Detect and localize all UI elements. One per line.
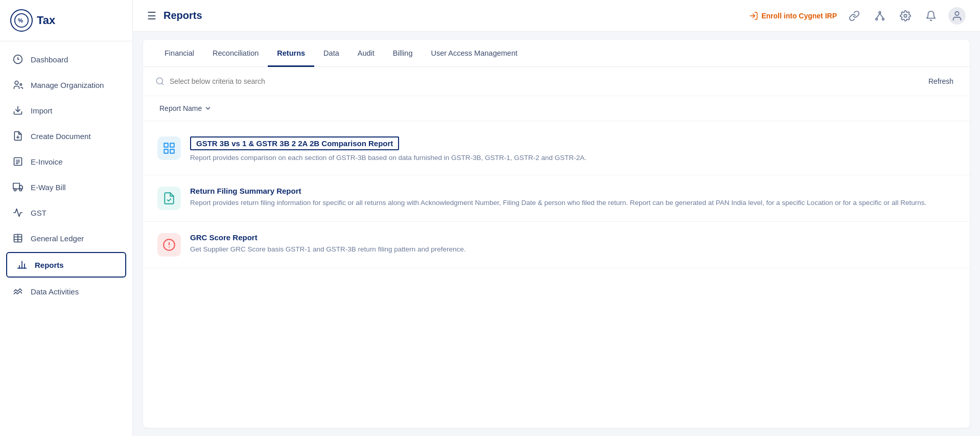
- svg-point-17: [19, 189, 21, 191]
- tab-reconciliation[interactable]: Reconciliation: [203, 40, 268, 67]
- report-item-grc-score[interactable]: GRC Score Report Get Supplier GRC Score …: [143, 222, 970, 268]
- nav-list: Dashboard Manage Organization Import: [0, 41, 132, 436]
- report-content: GRC Score Report Get Supplier GRC Score …: [190, 233, 955, 255]
- search-input[interactable]: [170, 77, 919, 85]
- enroll-button[interactable]: Enroll into Cygnet IRP: [749, 11, 837, 20]
- ledger-icon: [12, 233, 24, 244]
- svg-point-6: [20, 84, 21, 85]
- reports-icon: [16, 259, 28, 270]
- report-content: Return Filing Summary Report Report prov…: [190, 187, 955, 209]
- svg-line-31: [880, 13, 883, 18]
- sidebar-item-import[interactable]: Import: [0, 98, 132, 123]
- svg-marker-15: [19, 186, 22, 189]
- sidebar-item-e-way-bill[interactable]: E-Way Bill: [0, 174, 132, 200]
- sidebar-item-label: Reports: [35, 261, 64, 269]
- logo-text: Tax: [37, 14, 55, 27]
- sidebar-item-label: Import: [31, 106, 53, 115]
- report-description: Report provides comparison on each secti…: [190, 153, 955, 164]
- report-title: GSTR 3B vs 1 & GSTR 3B 2 2A 2B Compariso…: [190, 136, 399, 150]
- sidebar-item-label: GST: [31, 209, 46, 217]
- sidebar-item-label: General Ledger: [31, 234, 84, 243]
- tab-financial[interactable]: Financial: [155, 40, 203, 67]
- report-icon-filing: [157, 187, 181, 210]
- sidebar-item-dashboard[interactable]: Dashboard: [0, 47, 132, 72]
- sidebar-item-label: Manage Organization: [31, 81, 104, 89]
- report-item-return-filing[interactable]: Return Filing Summary Report Report prov…: [143, 175, 970, 222]
- sidebar: % Tax Dashboard Manage Organization: [0, 0, 133, 436]
- network-icon[interactable]: [872, 8, 888, 24]
- topbar-actions: Enroll into Cygnet IRP: [749, 7, 966, 25]
- eway-icon: [12, 181, 24, 193]
- dashboard-icon: [12, 54, 24, 65]
- enroll-text: Enroll into Cygnet IRP: [761, 12, 837, 20]
- report-content: GSTR 3B vs 1 & GSTR 3B 2 2A 2B Compariso…: [190, 136, 955, 164]
- link-icon[interactable]: [846, 8, 862, 24]
- organization-icon: [12, 79, 24, 90]
- sidebar-item-label: E-Way Bill: [31, 183, 66, 192]
- report-item-gstr-comparison[interactable]: GSTR 3B vs 1 & GSTR 3B 2 2A 2B Compariso…: [143, 125, 970, 175]
- svg-rect-37: [170, 143, 174, 147]
- enroll-icon: [749, 11, 758, 20]
- svg-point-16: [14, 189, 16, 191]
- chevron-down-icon: [204, 105, 212, 112]
- report-icon-gstr: [157, 136, 181, 160]
- search-icon: [155, 77, 165, 86]
- report-name-filter[interactable]: Report Name: [155, 102, 216, 114]
- hamburger-icon[interactable]: ☰: [147, 10, 156, 22]
- sidebar-item-manage-organization[interactable]: Manage Organization: [0, 72, 132, 98]
- filter-label: Report Name: [159, 104, 202, 112]
- logo: % Tax: [0, 0, 132, 41]
- content-panel: Financial Reconciliation Returns Data Au…: [143, 40, 970, 428]
- tab-user-access[interactable]: User Access Management: [422, 40, 527, 67]
- report-description: Get Supplier GRC Score basis GSTR-1 and …: [190, 244, 955, 255]
- svg-point-33: [955, 11, 959, 15]
- bell-icon[interactable]: [923, 8, 939, 24]
- sidebar-item-label: Dashboard: [31, 55, 68, 64]
- svg-rect-14: [13, 183, 19, 189]
- svg-point-5: [15, 81, 18, 85]
- document-icon: [12, 130, 24, 142]
- main-area: ☰ Reports Enroll into Cygnet IRP: [133, 0, 980, 436]
- logo-icon: %: [10, 9, 33, 32]
- svg-line-30: [877, 13, 880, 18]
- sidebar-item-create-document[interactable]: Create Document: [0, 123, 132, 149]
- report-title: Return Filing Summary Report: [190, 187, 301, 195]
- sidebar-item-label: Data Activities: [31, 287, 79, 296]
- page-title: Reports: [164, 10, 749, 21]
- svg-rect-36: [164, 143, 168, 147]
- tab-bar: Financial Reconciliation Returns Data Au…: [143, 40, 970, 67]
- sidebar-item-gst[interactable]: GST: [0, 200, 132, 225]
- report-description: Report provides return filing informatio…: [190, 198, 955, 209]
- sidebar-item-label: E-Invoice: [31, 157, 63, 166]
- topbar: ☰ Reports Enroll into Cygnet IRP: [133, 0, 980, 32]
- sidebar-item-e-invoice[interactable]: E-Invoice: [0, 149, 132, 174]
- svg-text:%: %: [18, 17, 23, 24]
- tab-audit[interactable]: Audit: [348, 40, 384, 67]
- refresh-button[interactable]: Refresh: [924, 75, 958, 87]
- gst-icon: [12, 207, 24, 218]
- tab-billing[interactable]: Billing: [384, 40, 422, 67]
- reports-list: GSTR 3B vs 1 & GSTR 3B 2 2A 2B Compariso…: [143, 121, 970, 272]
- import-icon: [12, 105, 24, 116]
- report-title: GRC Score Report: [190, 233, 258, 242]
- data-icon: [12, 286, 24, 297]
- filter-row: Report Name: [143, 96, 970, 121]
- tab-data[interactable]: Data: [314, 40, 348, 67]
- report-icon-grc: [157, 233, 181, 257]
- svg-rect-39: [170, 149, 174, 153]
- user-avatar[interactable]: [948, 7, 966, 25]
- search-bar: Refresh: [143, 67, 970, 96]
- svg-point-32: [904, 14, 907, 17]
- svg-line-35: [161, 83, 163, 84]
- settings-icon[interactable]: [897, 8, 914, 24]
- invoice-icon: [12, 156, 24, 167]
- svg-rect-38: [164, 149, 168, 153]
- sidebar-item-label: Create Document: [31, 132, 91, 141]
- sidebar-item-reports[interactable]: Reports: [6, 252, 126, 278]
- tab-returns[interactable]: Returns: [268, 40, 314, 67]
- sidebar-item-data-activities[interactable]: Data Activities: [0, 279, 132, 304]
- sidebar-item-general-ledger[interactable]: General Ledger: [0, 225, 132, 251]
